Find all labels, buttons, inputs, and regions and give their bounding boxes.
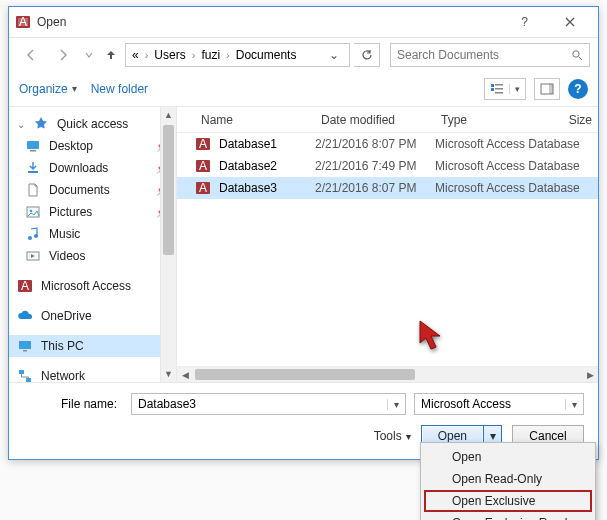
view-mode-button[interactable]: ▾ — [484, 78, 526, 100]
menu-open[interactable]: Open — [424, 446, 592, 468]
chevron-down-icon[interactable]: ⌄ — [323, 48, 345, 62]
search-input[interactable] — [391, 48, 565, 62]
videos-icon — [25, 248, 41, 264]
nav-row: « › Users › fuzi › Documents ⌄ — [9, 37, 598, 71]
refresh-button[interactable] — [354, 43, 380, 67]
sidebar-network[interactable]: Network — [9, 365, 176, 382]
sidebar-music[interactable]: Music — [9, 223, 176, 245]
svg-rect-11 — [27, 141, 39, 149]
column-type[interactable]: Type — [435, 113, 550, 127]
scroll-right-icon[interactable]: ▶ — [582, 367, 598, 382]
breadcrumb-overflow[interactable]: « — [130, 48, 141, 62]
chevron-right-icon: › — [188, 49, 200, 61]
breadcrumb-fuzi[interactable]: fuzi — [199, 48, 222, 62]
scroll-thumb[interactable] — [195, 369, 415, 380]
svg-rect-5 — [491, 88, 494, 91]
sidebar-documents[interactable]: Documents📌 — [9, 179, 176, 201]
svg-rect-10 — [549, 84, 553, 94]
file-row[interactable]: ADatabase1 2/21/2016 8:07 PM Microsoft A… — [177, 133, 598, 155]
svg-point-17 — [34, 234, 38, 238]
desktop-icon — [25, 138, 41, 154]
svg-rect-24 — [26, 378, 31, 382]
svg-rect-6 — [495, 84, 503, 86]
sidebar-videos[interactable]: Videos — [9, 245, 176, 267]
sidebar-scrollbar[interactable]: ▲ ▼ — [160, 107, 176, 382]
scroll-thumb[interactable] — [163, 125, 174, 255]
svg-rect-7 — [495, 88, 503, 90]
column-size[interactable]: Size — [550, 113, 598, 127]
nav-up-button[interactable] — [101, 42, 121, 68]
scroll-down-icon[interactable]: ▼ — [161, 366, 176, 382]
search-box[interactable] — [390, 43, 590, 67]
svg-rect-8 — [495, 92, 503, 94]
file-row[interactable]: ADatabase2 2/21/2016 7:49 PM Microsoft A… — [177, 155, 598, 177]
access-file-icon: A — [195, 180, 211, 196]
svg-rect-13 — [28, 171, 38, 173]
access-icon: A — [17, 278, 33, 294]
view-list-icon — [485, 83, 509, 95]
svg-rect-23 — [19, 370, 24, 374]
chevron-right-icon: › — [141, 49, 153, 61]
access-file-icon: A — [195, 136, 211, 152]
menu-open-exclusive[interactable]: Open Exclusive — [424, 490, 592, 512]
help-button[interactable]: ? — [568, 79, 588, 99]
sidebar-quick-label: Quick access — [57, 117, 128, 131]
list-h-scrollbar[interactable]: ◀ ▶ — [177, 366, 598, 382]
svg-point-15 — [30, 210, 33, 213]
svg-text:A: A — [19, 15, 27, 29]
column-date[interactable]: Date modified — [315, 113, 435, 127]
nav-back-button[interactable] — [17, 42, 45, 68]
open-mode-menu: Open Open Read-Only Open Exclusive Open … — [420, 442, 596, 520]
organize-button[interactable]: Organize▾ — [19, 82, 77, 96]
sidebar-this-pc[interactable]: This PC — [9, 335, 176, 357]
sidebar-desktop[interactable]: Desktop📌 — [9, 135, 176, 157]
chevron-right-icon: › — [222, 49, 234, 61]
music-icon — [25, 226, 41, 242]
chevron-down-icon: ▾ — [72, 83, 77, 94]
chevron-down-icon: ▾ — [509, 84, 525, 94]
svg-rect-21 — [19, 341, 31, 349]
download-icon — [25, 160, 41, 176]
nav-forward-button[interactable] — [49, 42, 77, 68]
menu-open-exclusive-readonly[interactable]: Open Exclusive Read-Only — [424, 512, 592, 520]
file-row-selected[interactable]: ADatabase3 2/21/2016 8:07 PM Microsoft A… — [177, 177, 598, 199]
cloud-icon — [17, 308, 33, 324]
column-headers[interactable]: Name Date modified Type Size — [177, 107, 598, 133]
sidebar-quick-access[interactable]: ⌄ Quick access — [9, 113, 176, 135]
filename-field[interactable]: ▾ — [131, 393, 406, 415]
search-icon[interactable] — [565, 49, 589, 61]
column-name[interactable]: Name — [195, 113, 315, 127]
network-icon — [17, 368, 33, 382]
svg-text:A: A — [199, 181, 207, 195]
window-help-button[interactable]: ? — [502, 8, 547, 36]
window-close-button[interactable] — [547, 8, 592, 36]
titlebar[interactable]: A Open ? — [9, 7, 598, 37]
filename-label: File name: — [23, 397, 123, 411]
sidebar-downloads[interactable]: Downloads📌 — [9, 157, 176, 179]
pictures-icon — [25, 204, 41, 220]
pc-icon — [17, 338, 33, 354]
svg-text:A: A — [21, 279, 29, 293]
breadcrumb-documents[interactable]: Documents — [234, 48, 299, 62]
preview-pane-button[interactable] — [534, 78, 560, 100]
sidebar-msaccess[interactable]: AMicrosoft Access — [9, 275, 176, 297]
svg-rect-12 — [30, 150, 36, 152]
svg-point-16 — [28, 236, 32, 240]
navigation-pane: ⌄ Quick access Desktop📌 Downloads📌 Docum… — [9, 107, 177, 382]
breadcrumb-bar[interactable]: « › Users › fuzi › Documents ⌄ — [125, 43, 350, 67]
access-file-icon: A — [195, 158, 211, 174]
breadcrumb-users[interactable]: Users — [152, 48, 187, 62]
nav-recent-button[interactable] — [81, 42, 97, 68]
sidebar-pictures[interactable]: Pictures📌 — [9, 201, 176, 223]
sidebar-onedrive[interactable]: OneDrive — [9, 305, 176, 327]
new-folder-button[interactable]: New folder — [91, 82, 148, 96]
filetype-filter[interactable]: Microsoft Access ▾ — [414, 393, 584, 415]
chevron-down-icon[interactable]: ▾ — [387, 399, 405, 410]
star-icon — [33, 116, 49, 132]
tools-button[interactable]: Tools▾ — [374, 429, 411, 443]
filename-input[interactable] — [132, 397, 387, 411]
scroll-up-icon[interactable]: ▲ — [161, 107, 176, 123]
scroll-left-icon[interactable]: ◀ — [177, 367, 193, 382]
chevron-down-icon[interactable]: ▾ — [565, 399, 583, 410]
menu-open-readonly[interactable]: Open Read-Only — [424, 468, 592, 490]
